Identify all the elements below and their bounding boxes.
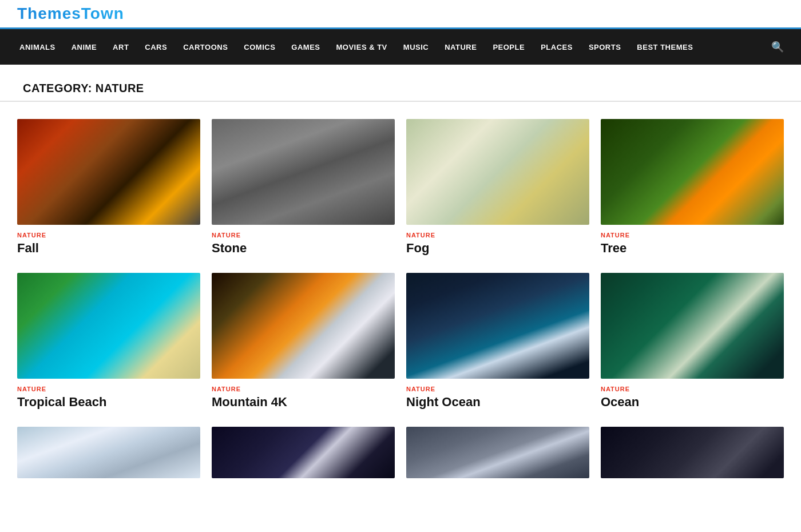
nav-item-cartoons[interactable]: CARTOONS xyxy=(175,43,236,51)
nav-item-sports[interactable]: SPORTS xyxy=(581,43,629,51)
card-image-fall xyxy=(17,119,200,225)
category-title: CATEGORY: NATURE xyxy=(23,82,778,95)
card-title-fall: Fall xyxy=(17,241,200,256)
nav-link-art[interactable]: ART xyxy=(105,43,137,51)
logo-bar: ThemesTown xyxy=(0,0,801,29)
card-stone[interactable]: NATUREStone xyxy=(212,119,395,256)
card-fog[interactable]: NATUREFog xyxy=(406,119,589,256)
card-category-tropical-beach: NATURE xyxy=(17,386,200,392)
nav-link-comics[interactable]: COMICS xyxy=(236,43,283,51)
card-title-stone: Stone xyxy=(212,241,395,256)
nav-item-cars[interactable]: CARS xyxy=(137,43,175,51)
card-category-fog: NATURE xyxy=(406,232,589,239)
card-title-mountain-4k: Mountain 4K xyxy=(212,395,395,410)
partial-card-snow-trees[interactable] xyxy=(17,427,200,478)
nav-link-best-themes[interactable]: BEST THEMES xyxy=(629,43,701,51)
card-fall[interactable]: NATUREFall xyxy=(17,119,200,256)
card-tropical-beach[interactable]: NATURETropical Beach xyxy=(17,273,200,410)
card-title-ocean: Ocean xyxy=(601,395,784,410)
nav-link-people[interactable]: PEOPLE xyxy=(485,43,533,51)
nav-link-cars[interactable]: CARS xyxy=(137,43,175,51)
card-image-mountain-4k xyxy=(212,273,395,379)
card-category-fall: NATURE xyxy=(17,232,200,239)
partial-card-drops[interactable] xyxy=(406,427,589,478)
nav-link-nature[interactable]: NATURE xyxy=(437,43,485,51)
card-category-mountain-4k: NATURE xyxy=(212,386,395,392)
nav-link-animals[interactable]: ANIMALS xyxy=(11,43,64,51)
card-category-ocean: NATURE xyxy=(601,386,784,392)
card-category-tree: NATURE xyxy=(601,232,784,239)
nav-item-anime[interactable]: ANIME xyxy=(64,43,105,51)
card-image-night-ocean xyxy=(406,273,589,379)
nav-link-cartoons[interactable]: CARTOONS xyxy=(175,43,236,51)
nav-item-nature[interactable]: NATURE xyxy=(437,43,485,51)
nav-item-places[interactable]: PLACES xyxy=(533,43,581,51)
nav-items-list: ANIMALSANIMEARTCARSCARTOONSCOMICSGAMESMO… xyxy=(11,43,766,51)
nav-item-comics[interactable]: COMICS xyxy=(236,43,283,51)
partial-card-space[interactable] xyxy=(601,427,784,478)
card-image-tropical-beach xyxy=(17,273,200,379)
nav-item-people[interactable]: PEOPLE xyxy=(485,43,533,51)
card-image-stone xyxy=(212,119,395,225)
nav-link-places[interactable]: PLACES xyxy=(533,43,581,51)
partial-cards-row xyxy=(0,427,801,501)
nav-link-anime[interactable]: ANIME xyxy=(64,43,105,51)
partial-card-image-drops xyxy=(406,427,589,478)
site-logo[interactable]: ThemesTown xyxy=(17,5,124,22)
card-image-tree xyxy=(601,119,784,225)
nav-item-animals[interactable]: ANIMALS xyxy=(11,43,64,51)
partial-card-image-snow-trees xyxy=(17,427,200,478)
card-title-night-ocean: Night Ocean xyxy=(406,395,589,410)
partial-card-moon[interactable] xyxy=(212,427,395,478)
search-icon[interactable]: 🔍 xyxy=(766,41,790,53)
card-night-ocean[interactable]: NATURENight Ocean xyxy=(406,273,589,410)
nav-link-sports[interactable]: SPORTS xyxy=(581,43,629,51)
nav-link-movies-tv[interactable]: MOVIES & TV xyxy=(328,43,395,51)
main-nav: ANIMALSANIMEARTCARSCARTOONSCOMICSGAMESMO… xyxy=(0,29,801,65)
nav-item-games[interactable]: GAMES xyxy=(283,43,328,51)
nav-link-games[interactable]: GAMES xyxy=(283,43,328,51)
card-category-stone: NATURE xyxy=(212,232,395,239)
partial-card-image-moon xyxy=(212,427,395,478)
nav-item-movies-tv[interactable]: MOVIES & TV xyxy=(328,43,395,51)
nav-item-art[interactable]: ART xyxy=(105,43,137,51)
nav-item-best-themes[interactable]: BEST THEMES xyxy=(629,43,701,51)
card-image-ocean xyxy=(601,273,784,379)
cards-grid: NATUREFallNATUREStoneNATUREFogNATURETree… xyxy=(0,119,801,410)
card-mountain-4k[interactable]: NATUREMountain 4K xyxy=(212,273,395,410)
nav-link-music[interactable]: MUSIC xyxy=(395,43,437,51)
partial-card-image-space xyxy=(601,427,784,478)
card-tree[interactable]: NATURETree xyxy=(601,119,784,256)
card-category-night-ocean: NATURE xyxy=(406,386,589,392)
card-title-tree: Tree xyxy=(601,241,784,256)
category-heading-section: CATEGORY: NATURE xyxy=(0,65,801,102)
card-title-tropical-beach: Tropical Beach xyxy=(17,395,200,410)
card-ocean[interactable]: NATUREOcean xyxy=(601,273,784,410)
nav-item-music[interactable]: MUSIC xyxy=(395,43,437,51)
card-image-fog xyxy=(406,119,589,225)
card-title-fog: Fog xyxy=(406,241,589,256)
